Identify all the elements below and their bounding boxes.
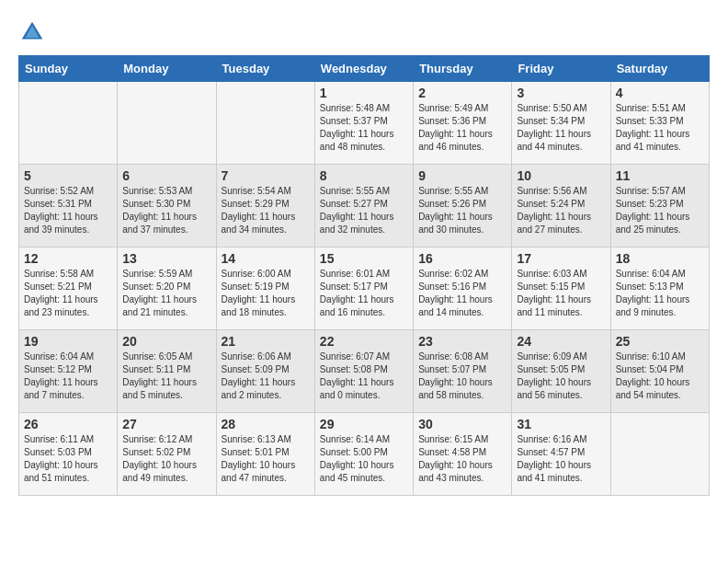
day-info: Sunrise: 6:02 AM Sunset: 5:16 PM Dayligh… [418,268,506,319]
week-row-5: 26Sunrise: 6:11 AM Sunset: 5:03 PM Dayli… [19,413,710,496]
calendar-cell [610,413,709,496]
day-number: 7 [222,168,310,183]
day-header-thursday: Thursday [414,56,512,82]
day-info: Sunrise: 5:59 AM Sunset: 5:20 PM Dayligh… [122,268,210,319]
calendar-cell: 19Sunrise: 6:04 AM Sunset: 5:12 PM Dayli… [19,330,118,413]
calendar-cell: 9Sunrise: 5:55 AM Sunset: 5:26 PM Daylig… [414,165,512,247]
calendar-cell: 5Sunrise: 5:52 AM Sunset: 5:31 PM Daylig… [19,165,118,247]
week-row-2: 5Sunrise: 5:52 AM Sunset: 5:31 PM Daylig… [19,165,710,247]
day-info: Sunrise: 5:53 AM Sunset: 5:30 PM Dayligh… [122,185,210,236]
day-number: 24 [517,334,605,349]
day-number: 3 [517,86,605,100]
calendar-cell: 18Sunrise: 6:04 AM Sunset: 5:13 PM Dayli… [610,247,709,330]
day-number: 21 [222,334,310,349]
day-info: Sunrise: 6:07 AM Sunset: 5:08 PM Dayligh… [320,350,408,402]
page-header [18,18,710,46]
day-header-friday: Friday [512,56,610,82]
day-info: Sunrise: 6:12 AM Sunset: 5:02 PM Dayligh… [122,433,210,485]
day-header-saturday: Saturday [610,56,709,82]
day-info: Sunrise: 5:50 AM Sunset: 5:34 PM Dayligh… [517,102,605,154]
day-number: 31 [517,417,605,431]
calendar-cell: 24Sunrise: 6:09 AM Sunset: 5:05 PM Dayli… [512,330,610,413]
day-number: 2 [418,86,506,100]
day-number: 23 [418,334,506,349]
day-number: 11 [616,168,704,183]
calendar-cell: 16Sunrise: 6:02 AM Sunset: 5:16 PM Dayli… [414,247,512,330]
calendar-cell: 23Sunrise: 6:08 AM Sunset: 5:07 PM Dayli… [414,330,512,413]
day-info: Sunrise: 5:56 AM Sunset: 5:24 PM Dayligh… [517,185,605,236]
day-info: Sunrise: 6:10 AM Sunset: 5:04 PM Dayligh… [616,350,704,402]
day-info: Sunrise: 5:52 AM Sunset: 5:31 PM Dayligh… [24,185,112,236]
week-row-3: 12Sunrise: 5:58 AM Sunset: 5:21 PM Dayli… [19,247,710,330]
day-number: 4 [616,86,704,100]
day-header-monday: Monday [118,56,216,82]
day-info: Sunrise: 5:55 AM Sunset: 5:26 PM Dayligh… [418,185,506,236]
day-info: Sunrise: 6:06 AM Sunset: 5:09 PM Dayligh… [222,350,310,402]
calendar-cell: 31Sunrise: 6:16 AM Sunset: 4:57 PM Dayli… [512,413,610,496]
day-info: Sunrise: 6:09 AM Sunset: 5:05 PM Dayligh… [517,350,605,402]
calendar-cell: 26Sunrise: 6:11 AM Sunset: 5:03 PM Dayli… [19,413,118,496]
day-number: 17 [517,251,605,266]
day-number: 30 [418,417,506,431]
day-number: 15 [320,251,408,266]
day-info: Sunrise: 5:55 AM Sunset: 5:27 PM Dayligh… [320,185,408,236]
day-number: 25 [616,334,704,349]
day-info: Sunrise: 6:14 AM Sunset: 5:00 PM Dayligh… [320,433,408,485]
day-number: 20 [122,334,210,349]
day-info: Sunrise: 5:57 AM Sunset: 5:23 PM Dayligh… [616,185,704,236]
calendar-cell [118,82,216,165]
day-info: Sunrise: 6:08 AM Sunset: 5:07 PM Dayligh… [418,350,506,402]
calendar-cell: 14Sunrise: 6:00 AM Sunset: 5:19 PM Dayli… [216,247,314,330]
day-info: Sunrise: 6:03 AM Sunset: 5:15 PM Dayligh… [517,268,605,319]
day-number: 19 [24,334,112,349]
day-info: Sunrise: 5:58 AM Sunset: 5:21 PM Dayligh… [24,268,112,319]
calendar-cell: 20Sunrise: 6:05 AM Sunset: 5:11 PM Dayli… [118,330,216,413]
day-info: Sunrise: 6:05 AM Sunset: 5:11 PM Dayligh… [122,350,210,402]
day-number: 29 [320,417,408,431]
day-info: Sunrise: 6:16 AM Sunset: 4:57 PM Dayligh… [517,433,605,485]
day-info: Sunrise: 6:13 AM Sunset: 5:01 PM Dayligh… [222,433,310,485]
day-number: 26 [24,417,112,431]
day-info: Sunrise: 5:54 AM Sunset: 5:29 PM Dayligh… [222,185,310,236]
calendar-cell: 6Sunrise: 5:53 AM Sunset: 5:30 PM Daylig… [118,165,216,247]
day-info: Sunrise: 6:01 AM Sunset: 5:17 PM Dayligh… [320,268,408,319]
calendar-cell: 25Sunrise: 6:10 AM Sunset: 5:04 PM Dayli… [610,330,709,413]
calendar-cell: 21Sunrise: 6:06 AM Sunset: 5:09 PM Dayli… [216,330,314,413]
day-number: 10 [517,168,605,183]
calendar-cell [19,82,118,165]
calendar-cell: 17Sunrise: 6:03 AM Sunset: 5:15 PM Dayli… [512,247,610,330]
day-info: Sunrise: 6:04 AM Sunset: 5:13 PM Dayligh… [616,268,704,319]
day-number: 27 [122,417,210,431]
day-info: Sunrise: 5:51 AM Sunset: 5:33 PM Dayligh… [616,102,704,154]
calendar-cell: 4Sunrise: 5:51 AM Sunset: 5:33 PM Daylig… [610,82,709,165]
day-number: 1 [320,86,408,100]
calendar-cell: 11Sunrise: 5:57 AM Sunset: 5:23 PM Dayli… [610,165,709,247]
day-number: 13 [122,251,210,266]
day-number: 14 [222,251,310,266]
day-number: 12 [24,251,112,266]
day-number: 9 [418,168,506,183]
day-number: 28 [222,417,310,431]
calendar-cell: 3Sunrise: 5:50 AM Sunset: 5:34 PM Daylig… [512,82,610,165]
day-number: 22 [320,334,408,349]
calendar-cell: 28Sunrise: 6:13 AM Sunset: 5:01 PM Dayli… [216,413,314,496]
day-number: 5 [24,168,112,183]
calendar-cell: 27Sunrise: 6:12 AM Sunset: 5:02 PM Dayli… [118,413,216,496]
calendar-cell: 8Sunrise: 5:55 AM Sunset: 5:27 PM Daylig… [314,165,413,247]
calendar-cell [216,82,314,165]
calendar-cell: 29Sunrise: 6:14 AM Sunset: 5:00 PM Dayli… [314,413,413,496]
calendar-cell: 15Sunrise: 6:01 AM Sunset: 5:17 PM Dayli… [314,247,413,330]
calendar-cell: 22Sunrise: 6:07 AM Sunset: 5:08 PM Dayli… [314,330,413,413]
logo-icon [18,18,46,46]
day-number: 18 [616,251,704,266]
calendar-cell: 30Sunrise: 6:15 AM Sunset: 4:58 PM Dayli… [414,413,512,496]
day-info: Sunrise: 5:48 AM Sunset: 5:37 PM Dayligh… [320,102,408,154]
day-header-tuesday: Tuesday [216,56,314,82]
calendar-cell: 13Sunrise: 5:59 AM Sunset: 5:20 PM Dayli… [118,247,216,330]
day-info: Sunrise: 5:49 AM Sunset: 5:36 PM Dayligh… [418,102,506,154]
day-number: 8 [320,168,408,183]
calendar-table: SundayMondayTuesdayWednesdayThursdayFrid… [18,55,710,496]
week-row-1: 1Sunrise: 5:48 AM Sunset: 5:37 PM Daylig… [19,82,710,165]
day-info: Sunrise: 6:00 AM Sunset: 5:19 PM Dayligh… [222,268,310,319]
calendar-cell: 1Sunrise: 5:48 AM Sunset: 5:37 PM Daylig… [314,82,413,165]
